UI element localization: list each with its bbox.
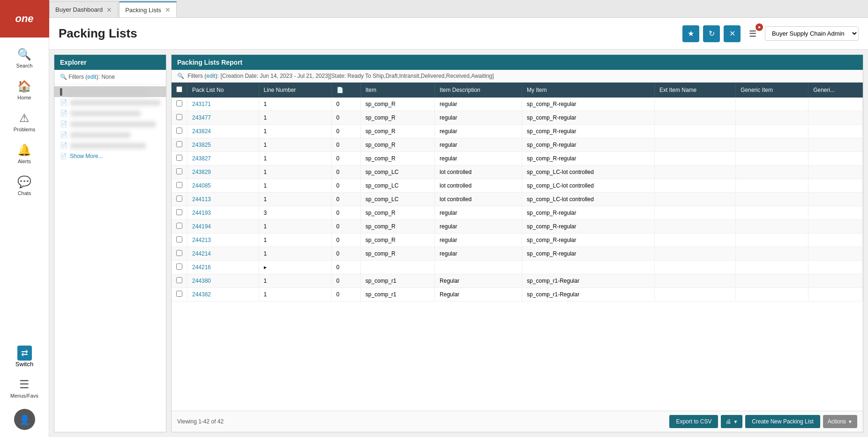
cell-ext-item-name [654, 98, 735, 111]
cell-ext-item-name [654, 193, 735, 206]
print-button[interactable]: 🖨 ▼ [721, 415, 742, 428]
sidebar-item-alerts[interactable]: 🔔 Alerts [0, 138, 49, 170]
table-row: 244214 1 0 sp_comp_R regular sp_comp_R-r… [172, 247, 863, 261]
cell-pack-list-no: 243829 [187, 166, 259, 179]
pack-list-link[interactable]: 244380 [192, 278, 211, 284]
table-row: 244085 1 0 sp_comp_LC lot controlled sp_… [172, 179, 863, 193]
cell-item-description: regular [435, 152, 522, 166]
close-tab-buyer-dashboard[interactable]: ✕ [106, 7, 112, 13]
row-checkbox[interactable] [176, 223, 182, 229]
row-checkbox[interactable] [176, 209, 182, 215]
pack-list-link[interactable]: 243827 [192, 155, 211, 162]
close-tab-packing-lists[interactable]: ✕ [165, 7, 171, 13]
cell-generic-item [736, 288, 808, 301]
cell-generic-item [736, 274, 808, 288]
select-all-checkbox[interactable] [176, 86, 182, 92]
list-item[interactable]: 📄 [54, 108, 166, 119]
cell-generic-item [736, 152, 808, 166]
export-csv-button[interactable]: Export to CSV [669, 415, 718, 428]
menu-button[interactable]: ☰ ● [744, 25, 761, 42]
list-item[interactable]: 📄 [54, 97, 166, 108]
sidebar-item-label-problems: Problems [14, 127, 35, 132]
row-checkbox[interactable] [176, 168, 182, 174]
table-header-row: Pack List No Line Number 📄 Item Item Des… [172, 83, 863, 98]
sidebar-item-chats[interactable]: 💬 Chats [0, 170, 49, 202]
pack-list-link[interactable]: 243477 [192, 114, 211, 121]
close-button[interactable]: ✕ [724, 25, 741, 42]
cell-ext-item-name [654, 152, 735, 166]
row-checkbox-cell [172, 125, 187, 138]
row-checkbox[interactable] [176, 277, 182, 283]
pack-list-link[interactable]: 244194 [192, 223, 211, 230]
tab-packing-lists[interactable]: Packing Lists ✕ [119, 1, 177, 17]
tab-buyer-dashboard[interactable]: Buyer Dashboard ✕ [49, 1, 118, 17]
sidebar-item-switch[interactable]: ⇄ Switch [0, 341, 49, 372]
chats-icon: 💬 [17, 175, 31, 188]
table-row: 243477 1 0 sp_comp_R regular sp_comp_R-r… [172, 111, 863, 125]
report-panel: Packing Lists Report 🔍 Filters (edit): [… [171, 54, 863, 432]
row-checkbox[interactable] [176, 264, 182, 270]
cell-my-item: sp_comp_r1-Regular [522, 274, 655, 288]
pack-list-link[interactable]: 244213 [192, 237, 211, 243]
list-item-text [70, 121, 156, 127]
table-body: 243171 1 0 sp_comp_R regular sp_comp_R-r… [172, 98, 863, 301]
row-checkbox[interactable] [176, 141, 182, 147]
row-checkbox[interactable] [176, 250, 182, 256]
th-line-number: Line Number [259, 83, 331, 98]
show-more-button[interactable]: 📄 Show More... [54, 151, 166, 161]
list-item[interactable]: 📄 [54, 119, 166, 129]
cell-generic-descr [808, 98, 863, 111]
pack-list-link[interactable]: 244113 [192, 196, 211, 203]
table-row: 244382 1 0 sp_comp_r1 Regular sp_comp_r1… [172, 288, 863, 301]
list-item[interactable]: ▌ [54, 86, 166, 97]
pack-list-link[interactable]: 243824 [192, 128, 211, 135]
actions-button[interactable]: Actions ▼ [823, 415, 857, 428]
cell-generic-descr [808, 206, 863, 220]
sidebar-item-search[interactable]: 🔍 Search [0, 42, 49, 74]
cell-doc: 0 [331, 166, 360, 179]
row-checkbox[interactable] [176, 155, 182, 161]
row-checkbox[interactable] [176, 100, 182, 106]
cell-my-item: sp_comp_R-regular [522, 234, 655, 247]
pack-list-link[interactable]: 244085 [192, 182, 211, 189]
pack-list-link[interactable]: 244193 [192, 210, 211, 216]
cell-pack-list-no: 243825 [187, 138, 259, 152]
row-checkbox[interactable] [176, 291, 182, 297]
pack-list-link[interactable]: 244382 [192, 291, 211, 298]
cell-item-description: Regular [435, 274, 522, 288]
content-area: Explorer 🔍 Filters (edit): None ▌ 📄 📄 [49, 50, 868, 437]
sidebar-item-home[interactable]: 🏠 Home [0, 74, 49, 106]
row-checkbox-cell [172, 166, 187, 179]
list-item[interactable]: 📄 [54, 140, 166, 151]
favorites-button[interactable]: ★ [682, 25, 699, 42]
cell-pack-list-no: 243171 [187, 98, 259, 111]
app-logo[interactable]: one [0, 0, 49, 38]
refresh-button[interactable]: ↻ [703, 25, 720, 42]
list-item[interactable]: 📄 [54, 129, 166, 140]
sidebar-item-problems[interactable]: ⚠ Problems [0, 106, 49, 138]
report-filters-value: [Creation Date: Jun 14, 2023 - Jul 21, 2… [220, 73, 494, 79]
pack-list-link[interactable]: 243171 [192, 101, 211, 107]
sidebar-item-menus-favs[interactable]: ☰ Menus/Favs [0, 372, 49, 404]
pack-list-link[interactable]: 243829 [192, 169, 211, 175]
row-checkbox[interactable] [176, 196, 182, 202]
user-avatar[interactable]: 👤 [14, 409, 35, 430]
create-new-packing-list-button[interactable]: Create New Packing List [745, 415, 820, 428]
user-role-select[interactable]: Buyer Supply Chain Admin [765, 26, 859, 41]
row-checkbox[interactable] [176, 114, 182, 120]
cell-generic-item [736, 111, 808, 125]
table-row: 244113 1 0 sp_comp_LC lot controlled sp_… [172, 193, 863, 206]
cell-doc: 0 [331, 288, 360, 301]
row-checkbox[interactable] [176, 128, 182, 134]
pack-list-link[interactable]: 243825 [192, 142, 211, 148]
row-checkbox[interactable] [176, 182, 182, 188]
row-checkbox[interactable] [176, 236, 182, 242]
switch-icon: ⇄ [17, 346, 32, 361]
cell-generic-descr [808, 179, 863, 193]
cell-line-number: 1 [259, 179, 331, 193]
pack-list-link[interactable]: 244216 [192, 264, 211, 271]
pack-list-link[interactable]: 244214 [192, 250, 211, 257]
report-filters-edit[interactable]: edit [206, 73, 215, 79]
explorer-filters-edit[interactable]: edit [87, 74, 96, 80]
cell-generic-item [736, 261, 808, 274]
